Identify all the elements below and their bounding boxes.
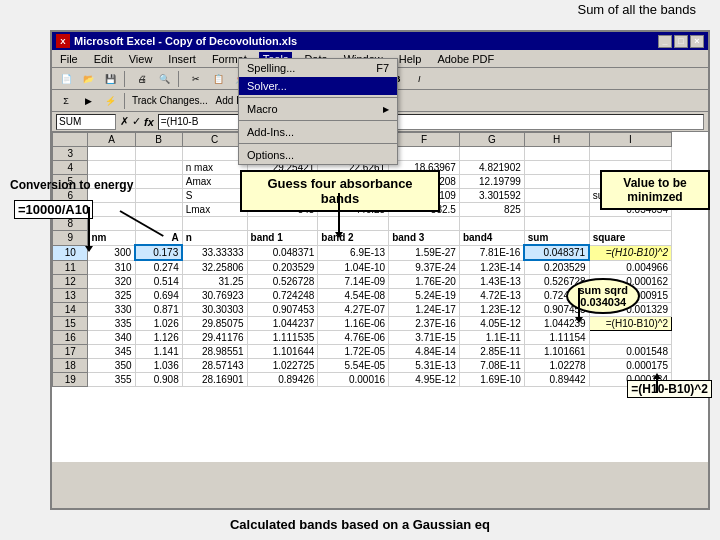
menu-file[interactable]: File	[56, 52, 82, 66]
cell-8-a[interactable]	[88, 217, 135, 231]
cell-10-i[interactable]: =(H10-B10)^2	[589, 245, 671, 260]
cell-11-f[interactable]: 9.37E-24	[389, 260, 460, 275]
cell-17-g[interactable]: 2.85E-11	[459, 345, 524, 359]
cell-11-i[interactable]: 0.004966	[589, 260, 671, 275]
cell-9-a[interactable]: nm	[88, 231, 135, 246]
cell-5-c[interactable]: Amax	[182, 175, 247, 189]
cell-3-b[interactable]	[135, 147, 182, 161]
cell-9-d[interactable]: band 1	[247, 231, 318, 246]
dropdown-options[interactable]: Options...	[239, 146, 397, 164]
cell-14-f[interactable]: 1.24E-17	[389, 303, 460, 317]
cell-13-b[interactable]: 0.694	[135, 289, 182, 303]
cell-12-f[interactable]: 1.76E-20	[389, 275, 460, 289]
cell-15-f[interactable]: 2.37E-16	[389, 317, 460, 331]
cell-5-h[interactable]	[524, 175, 589, 189]
cell-9-h[interactable]: sum	[524, 231, 589, 246]
cell-13-f[interactable]: 5.24E-19	[389, 289, 460, 303]
cell-16-b[interactable]: 1.126	[135, 331, 182, 345]
cell-15-g[interactable]: 4.05E-12	[459, 317, 524, 331]
cell-15-e[interactable]: 1.16E-06	[318, 317, 389, 331]
col-header-f[interactable]: F	[389, 133, 460, 147]
cell-12-c[interactable]: 31.25	[182, 275, 247, 289]
cell-18-b[interactable]: 1.036	[135, 359, 182, 373]
cell-8-g[interactable]	[459, 217, 524, 231]
minimize-button[interactable]: _	[658, 35, 672, 48]
cell-13-g[interactable]: 4.72E-13	[459, 289, 524, 303]
cut-button[interactable]: ✂	[186, 70, 206, 88]
cell-11-e[interactable]: 1.04E-10	[318, 260, 389, 275]
cell-13-c[interactable]: 30.76923	[182, 289, 247, 303]
save-button[interactable]: 💾	[100, 70, 120, 88]
cell-11-d[interactable]: 0.203529	[247, 260, 318, 275]
cell-12-b[interactable]: 0.514	[135, 275, 182, 289]
cell-6-g[interactable]: 3.301592	[459, 189, 524, 203]
cell-10-f[interactable]: 1.59E-27	[389, 245, 460, 260]
cell-10-a[interactable]: 300	[88, 245, 135, 260]
cell-8-e[interactable]	[318, 217, 389, 231]
cell-19-c[interactable]: 28.16901	[182, 373, 247, 387]
cell-17-a[interactable]: 345	[88, 345, 135, 359]
cell-18-a[interactable]: 350	[88, 359, 135, 373]
cell-14-b[interactable]: 0.871	[135, 303, 182, 317]
cell-19-d[interactable]: 0.89426	[247, 373, 318, 387]
cell-18-h[interactable]: 1.02278	[524, 359, 589, 373]
cell-18-c[interactable]: 28.57143	[182, 359, 247, 373]
cell-16-h[interactable]: 1.11154	[524, 331, 589, 345]
cell-16-i[interactable]	[589, 331, 671, 345]
tb2-btn2[interactable]: ▶	[78, 92, 98, 110]
cell-11-b[interactable]: 0.274	[135, 260, 182, 275]
cell-7-g[interactable]: 825	[459, 203, 524, 217]
cell-17-i[interactable]: 0.001548	[589, 345, 671, 359]
cell-14-g[interactable]: 1.23E-12	[459, 303, 524, 317]
close-button[interactable]: ×	[690, 35, 704, 48]
dropdown-addins[interactable]: Add-Ins...	[239, 123, 397, 141]
cell-17-e[interactable]: 1.72E-05	[318, 345, 389, 359]
dropdown-macro[interactable]: Macro ▶	[239, 100, 397, 118]
menu-insert[interactable]: Insert	[164, 52, 200, 66]
cell-19-h[interactable]: 0.89442	[524, 373, 589, 387]
col-header-g[interactable]: G	[459, 133, 524, 147]
cell-15-i[interactable]: =(H10-B10)^2	[589, 317, 671, 331]
cell-9-f[interactable]: band 3	[389, 231, 460, 246]
tb2-btn3[interactable]: ⚡	[100, 92, 120, 110]
cell-17-b[interactable]: 1.141	[135, 345, 182, 359]
open-button[interactable]: 📂	[78, 70, 98, 88]
cell-4-b[interactable]	[135, 161, 182, 175]
cell-17-h[interactable]: 1.101661	[524, 345, 589, 359]
cell-3-i[interactable]	[589, 147, 671, 161]
cell-3-a[interactable]	[88, 147, 135, 161]
cell-14-c[interactable]: 30.30303	[182, 303, 247, 317]
cell-19-e[interactable]: 0.00016	[318, 373, 389, 387]
cell-18-g[interactable]: 7.08E-11	[459, 359, 524, 373]
new-button[interactable]: 📄	[56, 70, 76, 88]
cell-10-h[interactable]: 0.048371	[524, 245, 589, 260]
italic-button[interactable]: I	[409, 70, 429, 88]
cell-4-g[interactable]: 4.821902	[459, 161, 524, 175]
cell-5-b[interactable]	[135, 175, 182, 189]
cell-10-c[interactable]: 33.33333	[182, 245, 247, 260]
cell-7-c[interactable]: Lmax	[182, 203, 247, 217]
preview-button[interactable]: 🔍	[154, 70, 174, 88]
cell-12-a[interactable]: 320	[88, 275, 135, 289]
cell-18-d[interactable]: 1.022725	[247, 359, 318, 373]
cell-8-d[interactable]	[247, 217, 318, 231]
cell-3-h[interactable]	[524, 147, 589, 161]
cell-7-b[interactable]	[135, 203, 182, 217]
print-button[interactable]: 🖨	[132, 70, 152, 88]
col-header-b[interactable]: B	[135, 133, 182, 147]
cell-18-i[interactable]: 0.000175	[589, 359, 671, 373]
cell-6-h[interactable]	[524, 189, 589, 203]
col-header-a[interactable]: A	[88, 133, 135, 147]
cell-16-d[interactable]: 1.111535	[247, 331, 318, 345]
cell-7-h[interactable]	[524, 203, 589, 217]
cell-10-e[interactable]: 6.9E-13	[318, 245, 389, 260]
cell-13-e[interactable]: 4.54E-08	[318, 289, 389, 303]
enter-icon[interactable]: ✓	[132, 115, 141, 128]
cell-18-f[interactable]: 5.31E-13	[389, 359, 460, 373]
cell-14-d[interactable]: 0.907453	[247, 303, 318, 317]
cell-6-b[interactable]	[135, 189, 182, 203]
cell-17-f[interactable]: 4.84E-14	[389, 345, 460, 359]
menu-view[interactable]: View	[125, 52, 157, 66]
maximize-button[interactable]: □	[674, 35, 688, 48]
cell-16-e[interactable]: 4.76E-06	[318, 331, 389, 345]
